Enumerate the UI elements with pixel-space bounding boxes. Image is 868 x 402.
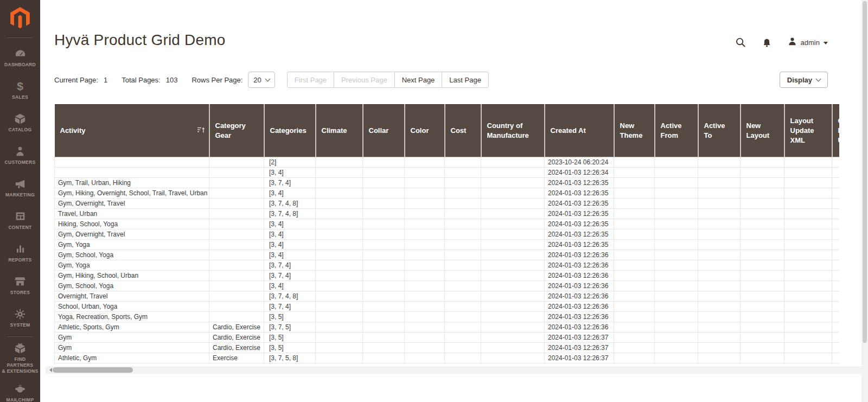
cell-active-from [655, 291, 698, 302]
column-header-custom-layout-update[interactable]: Custom Layout Update [832, 105, 840, 157]
cell-color [405, 229, 445, 240]
rows-per-page-select[interactable]: 20 [248, 72, 275, 88]
cell-color [405, 281, 445, 291]
cell-new-layout [741, 343, 784, 353]
cell-activity: Gym [55, 333, 209, 343]
column-header-active-to[interactable]: Active To [698, 105, 741, 157]
sidebar-item-find-partners[interactable]: FIND PARTNERS & EXTENSIONS [0, 340, 40, 377]
column-header-label: Country of Manufacture [487, 122, 529, 139]
sidebar-item-catalog[interactable]: CATALOG [0, 106, 40, 139]
customers-icon [15, 145, 25, 157]
scroll-left-arrow-icon[interactable] [47, 368, 52, 372]
search-icon[interactable] [736, 37, 746, 48]
cell-active-from [655, 157, 698, 168]
sidebar-item-label: STORES [10, 290, 30, 296]
column-header-collar[interactable]: Collar [363, 105, 405, 157]
column-header-new-theme[interactable]: New Theme [614, 105, 655, 157]
cell-collar [363, 281, 405, 291]
column-header-label: Activity [60, 126, 86, 135]
cell-climate [316, 178, 363, 188]
reports-icon [15, 243, 26, 255]
cell-new-theme [614, 281, 655, 291]
notifications-icon[interactable] [762, 38, 771, 48]
sidebar-item-dashboard[interactable]: DASHBOARD [0, 41, 40, 74]
cell-country-of-manufacture [481, 281, 545, 291]
cell-categories: [3, 4] [264, 250, 316, 260]
sidebar-item-label: CUSTOMERS [5, 159, 36, 165]
column-header-country-of-manufacture[interactable]: Country of Manufacture [481, 105, 545, 157]
cell-created-at: 2024-01-03 12:26:35 [545, 219, 614, 229]
cell-new-layout [741, 240, 784, 250]
account-menu[interactable]: admin [788, 37, 828, 48]
cell-collar [363, 322, 405, 333]
column-header-new-layout[interactable]: New Layout [741, 105, 784, 157]
column-header-category-gear[interactable]: Category Gear [209, 105, 264, 157]
column-header-created-at[interactable]: Created At [545, 105, 614, 157]
sidebar-item-sales[interactable]: $SALES [0, 74, 40, 106]
sidebar-item-customers[interactable]: CUSTOMERS [0, 139, 40, 171]
display-columns-button[interactable]: Display [780, 72, 828, 88]
table-row: School, Urban, Yoga[3, 7, 4]2024-01-03 1… [55, 302, 840, 312]
column-header-layout-update-xml[interactable]: Layout Update XML [784, 105, 832, 157]
cell-color [405, 188, 445, 199]
chevron-down-icon [816, 76, 821, 82]
cell-categories: [3, 4] [264, 229, 316, 240]
cell-activity: Gym, Hiking, School, Urban [55, 271, 209, 281]
vertical-scrollbar-thumb[interactable] [863, 1, 867, 343]
cell-custom-layout-update [832, 157, 840, 168]
cell-category-gear [209, 219, 264, 229]
column-header-categories[interactable]: Categories [264, 105, 316, 157]
column-header-climate[interactable]: Climate [316, 105, 363, 157]
cell-new-theme [614, 240, 655, 250]
cell-collar [363, 209, 405, 219]
table-header-row: ActivityCategory GearCategoriesClimateCo… [55, 105, 840, 157]
sidebar-item-system[interactable]: SYSTEM [0, 302, 40, 334]
horizontal-scrollbar-thumb[interactable] [53, 367, 133, 373]
cell-climate [316, 209, 363, 219]
cell-collar [363, 312, 405, 322]
cell-custom-layout-update [832, 322, 840, 333]
table-body: [2]2023-10-24 06:20:24[3, 4]2024-01-03 1… [55, 157, 840, 363]
cell-new-layout [741, 271, 784, 281]
sidebar-item-reports[interactable]: REPORTS [0, 237, 40, 269]
column-header-activity[interactable]: Activity [55, 105, 209, 157]
cell-category-gear [209, 229, 264, 240]
cell-categories: [3, 7, 4] [264, 271, 316, 281]
cell-created-at: 2024-01-03 12:26:36 [545, 271, 614, 281]
sidebar-item-mailchimp[interactable]: MAILCHIMP [0, 377, 40, 402]
column-header-label: Collar [369, 126, 389, 135]
cell-category-gear [209, 157, 264, 168]
cell-cost [445, 199, 481, 209]
sidebar-item-label: SALES [12, 94, 28, 100]
cell-categories: [3, 4] [264, 188, 316, 199]
magento-logo-icon[interactable] [0, 0, 40, 35]
column-header-cost[interactable]: Cost [445, 105, 481, 157]
cell-active-to [698, 157, 741, 168]
cell-category-gear [209, 168, 264, 178]
cell-cost [445, 302, 481, 312]
column-header-label: Categories [270, 126, 307, 135]
cell-active-from [655, 168, 698, 178]
cell-activity: Gym, School, Yoga [55, 281, 209, 291]
horizontal-scrollbar[interactable] [46, 366, 861, 374]
sidebar-item-marketing[interactable]: MARKETING [0, 171, 40, 204]
cell-cost [445, 157, 481, 168]
cell-created-at: 2024-01-03 12:26:34 [545, 168, 614, 178]
table-row: GymCardio, Exercise[3, 5]2024-01-03 12:2… [55, 343, 840, 353]
sidebar-item-stores[interactable]: STORES [0, 269, 40, 302]
total-pages-value: 103 [166, 76, 178, 84]
column-header-color[interactable]: Color [405, 105, 445, 157]
cell-layout-update-xml [784, 219, 832, 229]
sidebar-item-content[interactable]: CONTENT [0, 204, 40, 237]
pager-button-last-page[interactable]: Last Page [442, 72, 489, 88]
cell-custom-layout-update [832, 240, 840, 250]
cell-layout-update-xml [784, 199, 832, 209]
cell-new-layout [741, 322, 784, 333]
vertical-scrollbar[interactable] [861, 0, 868, 402]
cell-categories: [3, 5] [264, 312, 316, 322]
cell-country-of-manufacture [481, 271, 545, 281]
sidebar-item-label: CATALOG [9, 127, 32, 133]
cell-active-to [698, 260, 741, 271]
column-header-active-from[interactable]: Active From [655, 105, 698, 157]
pager-button-next-page[interactable]: Next Page [394, 72, 443, 88]
